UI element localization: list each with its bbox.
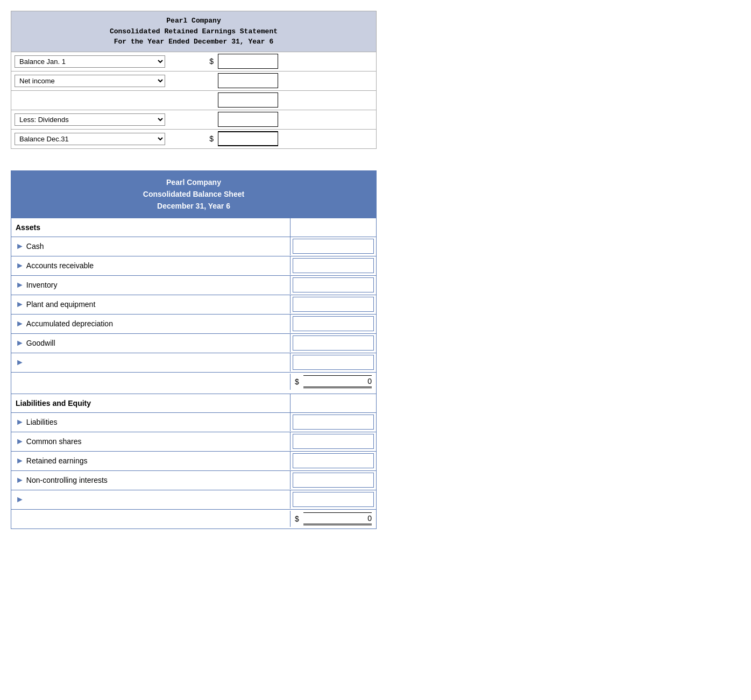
balance-jan1-row: Balance Jan. 1 $	[11, 52, 376, 71]
goodwill-row: ► Goodwill	[11, 333, 376, 353]
liabilities-label-cell: ► Liabilities	[11, 415, 290, 429]
cs-input-col	[290, 432, 376, 451]
nci-input[interactable]	[293, 473, 374, 488]
liabilities-total-dollar: $	[295, 515, 299, 523]
re-arrow-icon: ►	[16, 456, 24, 466]
retained-earnings-label: ► Retained earnings	[11, 454, 290, 468]
ad-arrow-icon: ►	[16, 319, 24, 328]
balance-dec31-input[interactable]	[218, 131, 278, 146]
less-dividends-dropdown[interactable]: Less: Dividends	[15, 113, 165, 126]
less-dividends-input-cell	[216, 111, 280, 128]
blank-liability-input[interactable]	[293, 492, 374, 507]
balance-dec31-label-cell: Balance Dec.31	[11, 131, 200, 147]
liabilities-row: ► Liabilities	[11, 412, 376, 432]
cash-input-col	[290, 237, 376, 255]
assets-total-value-col: $ 0	[290, 374, 376, 390]
liabilities-header-value-col	[290, 394, 376, 412]
cash-label: ► Cash	[11, 239, 290, 253]
re-input-col	[290, 452, 376, 470]
pe-input-col	[290, 295, 376, 313]
plant-equipment-row: ► Plant and equipment	[11, 295, 376, 314]
liabilities-input[interactable]	[293, 415, 374, 430]
re-title-line2: Consolidated Retained Earnings Statement	[13, 26, 374, 37]
accounts-receivable-row: ► Accounts receivable	[11, 256, 376, 275]
assets-header-value-col	[290, 218, 376, 237]
bs-title-line1: Pearl Company	[13, 176, 374, 188]
re-header: Pearl Company Consolidated Retained Earn…	[11, 11, 376, 52]
blank-asset-row: ►	[11, 353, 376, 372]
balance-jan1-dropdown[interactable]: Balance Jan. 1	[15, 55, 165, 68]
liabilities-total-label	[11, 517, 290, 521]
cash-arrow-icon: ►	[16, 241, 24, 251]
net-income-dropdown[interactable]: Net income	[15, 75, 165, 87]
goodwill-label: ► Goodwill	[11, 336, 290, 350]
blank-liability-label: ►	[11, 492, 290, 506]
gw-input[interactable]	[293, 335, 374, 351]
cs-input[interactable]	[293, 434, 374, 449]
assets-total-row: $ 0	[11, 372, 376, 391]
re-input[interactable]	[293, 453, 374, 468]
nci-arrow-icon: ►	[16, 475, 24, 485]
balance-dec31-row: Balance Dec.31 $	[11, 129, 376, 148]
pe-arrow-icon: ►	[16, 299, 24, 309]
net-income-label-cell: Net income	[11, 73, 200, 89]
inventory-label: ► Inventory	[11, 278, 290, 292]
noncontrolling-row: ► Non-controlling interests	[11, 470, 376, 490]
retained-earnings-statement: Pearl Company Consolidated Retained Earn…	[11, 11, 377, 149]
ad-input[interactable]	[293, 316, 374, 331]
liabilities-section-header: Liabilities and Equity	[11, 394, 376, 412]
balance-jan1-label-cell: Balance Jan. 1	[11, 53, 200, 70]
bs-header: Pearl Company Consolidated Balance Sheet…	[11, 171, 376, 218]
liabilities-label: Liabilities and Equity	[11, 397, 290, 410]
balance-sheet: Pearl Company Consolidated Balance Sheet…	[11, 170, 377, 529]
liabilities-total-value-col: $ 0	[290, 511, 376, 527]
re-subtotal-row	[11, 90, 376, 110]
re-title-line3: For the Year Ended December 31, Year 6	[13, 37, 374, 47]
assets-total-dollar: $	[295, 377, 299, 386]
noncontrolling-label: ► Non-controlling interests	[11, 473, 290, 487]
liabilities-input-col	[290, 413, 376, 431]
blank-liability-row: ►	[11, 490, 376, 509]
accounts-receivable-label: ► Accounts receivable	[11, 259, 290, 273]
inv-input-col	[290, 276, 376, 294]
blank-asset-input-col	[290, 353, 376, 372]
common-shares-row: ► Common shares	[11, 432, 376, 451]
balance-dec31-dropdown[interactable]: Balance Dec.31	[15, 133, 165, 145]
re-subtotal-input[interactable]	[218, 92, 278, 108]
gw-input-col	[290, 334, 376, 352]
less-dividends-input[interactable]	[218, 112, 278, 127]
net-income-row: Net income	[11, 71, 376, 90]
plant-equipment-label: ► Plant and equipment	[11, 297, 290, 311]
common-shares-label: ► Common shares	[11, 434, 290, 448]
assets-total-value: 0	[303, 375, 372, 388]
liabilities-total-row: $ 0	[11, 509, 376, 528]
blank-asset-arrow-icon: ►	[16, 358, 24, 367]
balance-jan1-dollar: $	[200, 57, 216, 66]
inv-arrow-icon: ►	[16, 280, 24, 290]
net-income-input-cell	[216, 72, 280, 89]
inv-input[interactable]	[293, 277, 374, 292]
liabilities-arrow-icon: ►	[16, 417, 24, 427]
cash-input[interactable]	[293, 239, 374, 254]
pe-input[interactable]	[293, 297, 374, 312]
accum-depreciation-row: ► Accumulated depreciation	[11, 314, 376, 333]
re-title-line1: Pearl Company	[13, 16, 374, 26]
inventory-row: ► Inventory	[11, 275, 376, 295]
cs-arrow-icon: ►	[16, 437, 24, 446]
net-income-input[interactable]	[218, 73, 278, 88]
liabilities-total-value: 0	[303, 512, 372, 525]
blank-asset-label: ►	[11, 355, 290, 369]
ar-arrow-icon: ►	[16, 261, 24, 270]
blank-liab-arrow-icon: ►	[16, 495, 24, 504]
balance-jan1-input[interactable]	[218, 54, 278, 69]
re-subtotal-label	[11, 98, 200, 102]
re-subtotal-input-cell	[216, 91, 280, 109]
less-dividends-row: Less: Dividends	[11, 110, 376, 129]
assets-label: Assets	[11, 221, 290, 234]
ar-input[interactable]	[293, 258, 374, 273]
balance-dec31-input-cell	[216, 130, 280, 147]
less-dividends-label-cell: Less: Dividends	[11, 111, 200, 128]
blank-asset-input[interactable]	[293, 355, 374, 370]
assets-total-label	[11, 380, 290, 384]
balance-jan1-input-cell	[216, 53, 280, 70]
